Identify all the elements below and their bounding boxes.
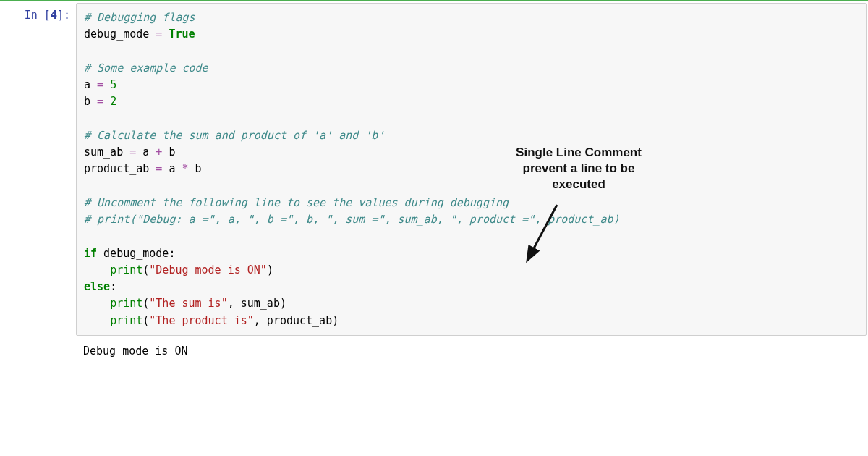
indent (84, 314, 110, 327)
code-token: b (195, 162, 202, 175)
code-token: = (90, 78, 110, 91)
code-token: + (149, 145, 169, 159)
code-token: = (123, 145, 142, 159)
code-token: a (142, 145, 149, 159)
code-token: = (149, 28, 169, 41)
annotation-line: Single Line Comment (495, 145, 662, 161)
code-token: 2 (110, 95, 116, 108)
code-token: ( (142, 297, 149, 310)
code-token: "The product is" (149, 314, 254, 327)
code-token: ) (332, 314, 339, 327)
code-line: # Some example code (84, 62, 208, 75)
code-token: debug_mode (84, 28, 149, 41)
code-token: : (110, 280, 116, 293)
annotation-line: prevent a line to be (495, 161, 662, 177)
code-token: if (84, 247, 97, 260)
code-line: # print("Debug: a =", a, ", b =", b, ", … (84, 213, 620, 226)
code-token: a (84, 78, 90, 91)
code-token: , product_ab (254, 314, 332, 327)
annotation-label: Single Line Comment prevent a line to be… (495, 145, 662, 193)
code-line: # Calculate the sum and product of 'a' a… (84, 129, 384, 142)
code-input-area[interactable]: # Debugging flags debug_mode = True # So… (76, 3, 867, 336)
code-token: "Debug mode is ON" (149, 263, 267, 276)
output-text: Debug mode is ON (83, 345, 188, 358)
code-token: debug_mode (97, 247, 169, 260)
cell-output: Debug mode is ON (76, 336, 868, 360)
code-token: , sum_ab (228, 297, 280, 310)
code-token: print (110, 314, 142, 327)
code-token: = (149, 162, 169, 175)
code-token: sum_ab (84, 145, 123, 159)
in-close: ]: (57, 9, 70, 22)
code-token: ) (267, 263, 273, 276)
code-token: print (110, 297, 142, 310)
indent (84, 263, 110, 276)
indent (84, 297, 110, 310)
code-token: else (84, 280, 110, 293)
code-cell: In [4]: # Debugging flags debug_mode = T… (0, 1, 868, 336)
code-token: "The sum is" (149, 297, 227, 310)
code-token: * (175, 162, 195, 175)
code-line: # Uncomment the following line to see th… (84, 196, 509, 209)
annotation-line: executed (495, 177, 662, 193)
code-token: : (169, 247, 175, 260)
code-token: b (169, 145, 175, 159)
code-token: 5 (110, 78, 116, 91)
code-token: print (110, 263, 142, 276)
code-token: product_ab (84, 162, 149, 175)
in-number: 4 (51, 9, 57, 22)
input-prompt: In [4]: (0, 1, 76, 22)
in-label: In [ (25, 9, 51, 22)
code-token: ) (280, 297, 286, 310)
code-line: # Debugging flags (84, 11, 195, 24)
code-token: b (84, 95, 90, 108)
code-token: = (90, 95, 110, 108)
code-token: ( (142, 263, 149, 276)
code-token: True (169, 28, 195, 41)
code-token: ( (142, 314, 149, 327)
